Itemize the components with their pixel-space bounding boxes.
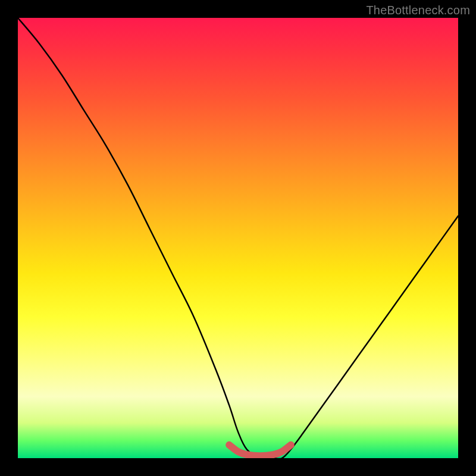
plot-area <box>18 18 458 458</box>
chart-overlay <box>18 18 458 458</box>
watermark-text: TheBottleneck.com <box>366 4 470 17</box>
valley-marker <box>229 445 291 456</box>
bottleneck-curve <box>18 18 458 458</box>
chart-frame: TheBottleneck.com <box>0 0 476 476</box>
